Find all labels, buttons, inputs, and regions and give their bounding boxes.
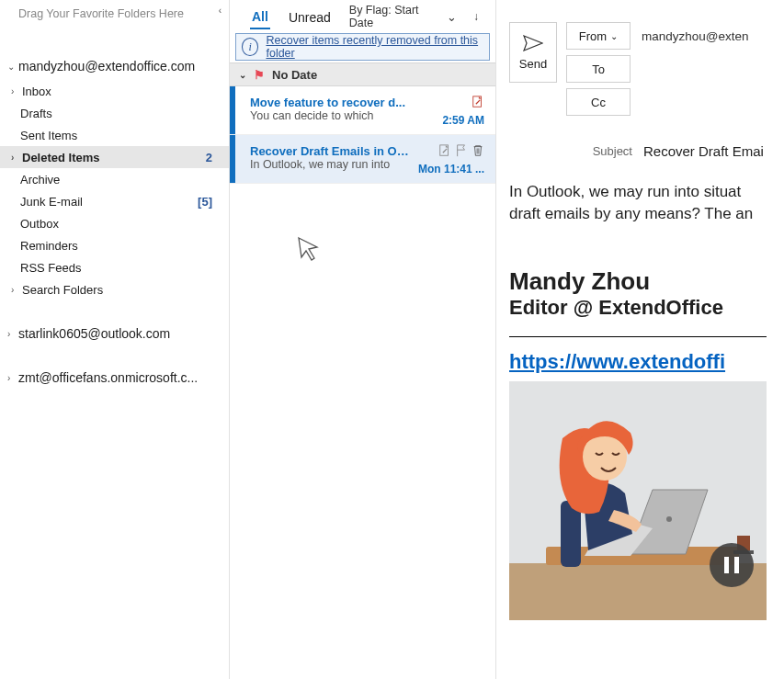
message-item[interactable]: Recover Draft Emails in Ou... In Outlook… [230, 135, 495, 184]
unread-count: [5] [198, 195, 229, 209]
info-icon: i [242, 38, 258, 56]
send-label: Send [519, 57, 547, 71]
tab-all[interactable]: All [250, 4, 270, 29]
compose-header: Send From⌄ To Cc mandyzhou@exten [509, 22, 784, 116]
collapse-nav-icon[interactable]: ‹ [219, 6, 222, 16]
flag-icon: ⚑ [254, 68, 265, 82]
signature-separator [509, 336, 767, 337]
message-time: 2:59 AM [413, 114, 484, 127]
account-starlink[interactable]: ›starlink0605@outlook.com [0, 323, 229, 345]
folder-drafts[interactable]: Drafts [0, 102, 229, 124]
to-field[interactable] [642, 55, 749, 83]
chevron-down-icon: ⌄ [7, 62, 17, 72]
folder-archive[interactable]: Archive [0, 168, 229, 190]
draft-icon [472, 96, 484, 108]
send-icon [523, 35, 543, 51]
recover-items-link[interactable]: Recover items recently removed from this… [266, 34, 489, 60]
filter-tabs: All Unread By Flag: Start Date⌄ ↓ [230, 0, 495, 33]
to-button[interactable]: To [566, 55, 631, 83]
chevron-right-icon: › [7, 373, 17, 383]
group-header-no-date[interactable]: ⌄ ⚑ No Date [230, 62, 495, 86]
message-preview: You can decide to which [250, 109, 413, 122]
send-button[interactable]: Send [509, 22, 557, 83]
chevron-right-icon: › [11, 285, 20, 295]
chevron-down-icon: ⌄ [239, 70, 246, 80]
subject-row: Subject Recover Draft Emai [509, 143, 784, 159]
signature-name: Mandy Zhou [509, 267, 784, 296]
folder-rss-feeds[interactable]: RSS Feeds [0, 256, 229, 278]
signature-link[interactable]: https://www.extendoffi [509, 350, 725, 373]
message-list-pane: All Unread By Flag: Start Date⌄ ↓ i Reco… [230, 0, 496, 679]
chevron-right-icon: › [11, 86, 20, 96]
from-button[interactable]: From⌄ [566, 22, 631, 50]
cursor-icon [296, 235, 324, 263]
cc-button[interactable]: Cc [566, 88, 631, 116]
sort-direction-button[interactable]: ↓ [473, 10, 479, 23]
message-item[interactable]: Move feature to recover d... You can dec… [230, 86, 495, 135]
message-body[interactable]: In Outlook, we may run into situat draft… [509, 181, 784, 225]
tab-unread[interactable]: Unread [287, 5, 333, 28]
favorites-hint: Drag Your Favorite Folders Here [18, 7, 184, 20]
from-value: mandyzhou@exten [642, 22, 749, 50]
delete-icon[interactable] [472, 144, 484, 157]
pause-button[interactable] [710, 543, 754, 587]
group-title: No Date [272, 68, 317, 82]
folder-sent-items[interactable]: Sent Items [0, 124, 229, 146]
folder-reminders[interactable]: Reminders [0, 234, 229, 256]
messages: Move feature to recover d... You can dec… [230, 86, 495, 679]
recover-items-bar: i Recover items recently removed from th… [235, 33, 490, 61]
chevron-down-icon: ⌄ [447, 10, 457, 24]
reading-pane: Send From⌄ To Cc mandyzhou@exten Subject… [496, 0, 784, 679]
cc-field[interactable] [642, 88, 749, 116]
svg-point-7 [666, 516, 672, 522]
chevron-down-icon: ⌄ [610, 31, 618, 41]
folder-junk-email[interactable]: Junk E-mail[5] [0, 190, 229, 212]
message-preview: In Outlook, we may run into [250, 158, 413, 171]
folder-inbox[interactable]: ›Inbox [0, 80, 229, 102]
unread-indicator [230, 86, 235, 134]
folder-deleted-items[interactable]: ›Deleted Items2 [0, 146, 229, 168]
flag-outline-icon[interactable] [455, 144, 468, 157]
signature-image [509, 381, 767, 620]
folder-search-folders[interactable]: ›Search Folders [0, 278, 229, 300]
sort-dropdown[interactable]: By Flag: Start Date⌄ [349, 4, 457, 29]
message-subject: Move feature to recover d... [250, 96, 413, 109]
folder-sidebar: Drag Your Favorite Folders Here ‹ ⌄ mand… [0, 0, 230, 679]
unread-indicator [230, 135, 235, 183]
nav-tree: ⌄ mandyzhou@extendoffice.com ›Inbox Draf… [0, 33, 229, 679]
subject-label: Subject [509, 144, 632, 158]
message-subject: Recover Draft Emails in Ou... [250, 144, 413, 158]
subject-field[interactable]: Recover Draft Emai [643, 143, 764, 159]
signature-title: Editor @ ExtendOffice [509, 296, 784, 320]
chevron-right-icon: › [11, 153, 20, 163]
folder-outbox[interactable]: Outbox [0, 212, 229, 234]
draft-icon [438, 144, 451, 157]
chevron-right-icon: › [7, 329, 17, 339]
favorites-drop-zone[interactable]: Drag Your Favorite Folders Here ‹ [0, 0, 229, 33]
message-time: Mon 11:41 ... [413, 163, 484, 175]
account-zmt[interactable]: ›zmt@officefans.onmicrosoft.c... [0, 367, 229, 389]
unread-count: 2 [206, 151, 229, 164]
account-mandyzhou[interactable]: ⌄ mandyzhou@extendoffice.com [0, 55, 229, 77]
